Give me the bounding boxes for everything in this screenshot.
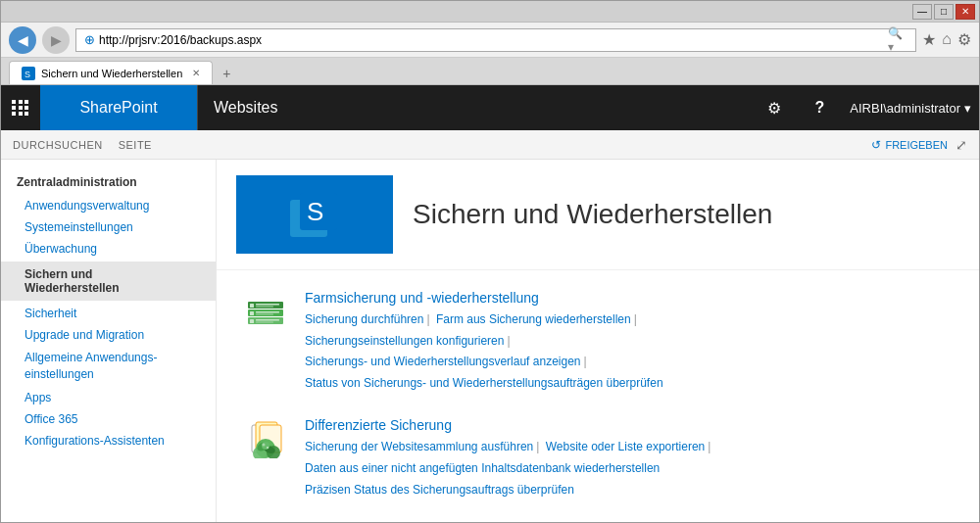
back-button[interactable]: ◀	[9, 26, 36, 54]
sp-logo-svg: S	[285, 185, 344, 244]
diff-link-0[interactable]: Sicherung der Websitesammlung ausführen	[305, 440, 533, 453]
sidebar-item-apps[interactable]: Apps	[1, 387, 216, 408]
sp-logo-text: SharePoint	[79, 99, 157, 117]
page-header: S Sichern und Wiederherstellen	[217, 160, 979, 270]
sp-header-right: ⚙ ? AIRBI\administrator ▾	[752, 85, 979, 130]
farm-link-2[interactable]: Sicherungseinstellungen konfigurieren	[305, 334, 504, 348]
new-tab-button[interactable]: +	[215, 63, 238, 84]
help-icon: ?	[814, 99, 824, 117]
home-icon[interactable]: ⌂	[942, 30, 952, 49]
favorites-icon[interactable]: ★	[922, 30, 936, 49]
diff-link-1[interactable]: Website oder Liste exportieren	[546, 440, 706, 453]
address-bar[interactable]: ⊕ 🔍▾	[75, 28, 916, 52]
sp-page-logo: S	[236, 175, 393, 254]
sidebar-item-systemeinstellungen[interactable]: Systemeinstellungen	[1, 216, 216, 238]
tab-bar: S Sichern und Wiederherstellen ✕ +	[1, 58, 979, 85]
farm-link-1[interactable]: Farm aus Sicherung wiederherstellen	[436, 312, 631, 326]
sidebar-item-sichern-active[interactable]: Sichern undWiederherstellen	[1, 262, 216, 301]
svg-point-25	[263, 444, 266, 447]
sidebar-item-office365[interactable]: Office 365	[1, 408, 216, 430]
browser-window: — □ ✕ ◀ ▶ ⊕ 🔍▾ ★ ⌂ ⚙ S Sichern und Wiede…	[0, 0, 980, 523]
sp-main: S Sichern und Wiederherstellen	[217, 160, 979, 522]
svg-rect-11	[256, 311, 279, 313]
share-button[interactable]: ↺ FREIGEBEN	[871, 138, 948, 152]
settings-icon: ⚙	[767, 99, 781, 118]
svg-rect-10	[256, 304, 279, 306]
section-diff-title[interactable]: Differenzierte Sicherung	[305, 417, 950, 433]
section-diff: Differenzierte Sicherung Sicherung der W…	[246, 417, 950, 500]
sharepoint-container: SharePoint Websites ⚙ ? AIRBI\administra…	[1, 85, 979, 522]
sidebar-item-ueberwachung[interactable]: Überwachung	[1, 238, 216, 260]
diff-link-3[interactable]: Präzisen Status des Sicherungsauftrags ü…	[305, 483, 574, 497]
sidebar-heading: Zentraladministration	[1, 169, 216, 195]
svg-rect-13	[256, 307, 273, 308]
svg-rect-12	[256, 319, 279, 321]
sidebar-item-konfigurations[interactable]: Konfigurations-Assistenten	[1, 430, 216, 452]
svg-rect-8	[250, 311, 254, 315]
active-tab[interactable]: S Sichern und Wiederherstellen ✕	[9, 61, 213, 84]
svg-text:S: S	[24, 70, 30, 78]
sp-body: Zentraladministration Anwendungsverwaltu…	[1, 160, 979, 522]
section-farm-body: Farmsicherung und -wiederherstellung Sic…	[305, 290, 950, 394]
sp-logo: SharePoint	[40, 85, 197, 130]
close-button[interactable]: ✕	[956, 4, 975, 20]
help-button[interactable]: ?	[797, 85, 842, 130]
section-farm-links: Sicherung durchführen| Farm aus Sicherun…	[305, 309, 950, 394]
toolbar-nav-seite[interactable]: SEITE	[119, 139, 152, 151]
sp-sidebar: Zentraladministration Anwendungsverwaltu…	[1, 160, 217, 522]
section-diff-body: Differenzierte Sicherung Sicherung der W…	[305, 417, 950, 500]
sidebar-item-sichern[interactable]: Sichern undWiederherstellen	[1, 262, 216, 301]
sidebar-item-allgemeine[interactable]: Allgemeine Anwendungs-einstellungen	[1, 346, 216, 387]
svg-rect-9	[250, 319, 254, 323]
share-icon: ↺	[871, 138, 881, 152]
tab-favicon: S	[22, 67, 35, 80]
toolbar-nav-durchsuchen[interactable]: DURCHSUCHEN	[13, 139, 103, 151]
farm-link-4[interactable]: Status von Sicherungs- und Wiederherstel…	[305, 376, 663, 390]
title-bar: — □ ✕	[1, 1, 979, 23]
sp-toolbar: DURCHSUCHEN SEITE ↺ FREIGEBEN ⤢	[1, 130, 979, 160]
farm-link-3[interactable]: Sicherungs- und Wiederherstellungsverlau…	[305, 355, 581, 368]
svg-rect-7	[250, 304, 254, 308]
diff-link-2[interactable]: Daten aus einer nicht angefügten Inhalts…	[305, 461, 660, 475]
diff-icon	[246, 419, 285, 458]
tab-close-icon[interactable]: ✕	[192, 68, 200, 78]
farm-link-0[interactable]: Sicherung durchführen	[305, 312, 423, 326]
tools-icon[interactable]: ⚙	[957, 30, 971, 49]
tab-title: Sichern und Wiederherstellen	[41, 68, 182, 79]
section-farm: Farmsicherung und -wiederherstellung Sic…	[246, 290, 950, 394]
sp-content: Farmsicherung und -wiederherstellung Sic…	[217, 270, 979, 522]
svg-rect-14	[256, 314, 273, 315]
svg-rect-15	[256, 322, 273, 323]
apps-menu-button[interactable]	[1, 85, 40, 130]
svg-text:S: S	[307, 197, 323, 226]
toolbar-right: ↺ FREIGEBEN ⤢	[871, 137, 967, 153]
minimize-button[interactable]: —	[912, 4, 932, 20]
svg-point-26	[267, 447, 269, 449]
section-farm-title[interactable]: Farmsicherung und -wiederherstellung	[305, 290, 950, 306]
sp-nav-title[interactable]: Websites	[197, 85, 294, 130]
user-name: AIRBI\administrator	[850, 101, 960, 116]
page-title: Sichern und Wiederherstellen	[413, 199, 772, 230]
sidebar-item-upgrade[interactable]: Upgrade und Migration	[1, 324, 216, 346]
nav-bar: ◀ ▶ ⊕ 🔍▾ ★ ⌂ ⚙	[1, 23, 979, 58]
user-dropdown-icon: ▾	[964, 101, 971, 116]
forward-button[interactable]: ▶	[42, 26, 70, 54]
apps-grid-icon	[12, 100, 29, 116]
sidebar-item-sicherheit[interactable]: Sicherheit	[1, 303, 216, 324]
share-label: FREIGEBEN	[885, 139, 948, 151]
settings-button[interactable]: ⚙	[752, 85, 797, 130]
address-input[interactable]	[99, 33, 884, 47]
farm-icon	[246, 292, 285, 331]
maximize-button[interactable]: □	[934, 4, 954, 20]
section-diff-links: Sicherung der Websitesammlung ausführen|…	[305, 437, 950, 500]
fullscreen-button[interactable]: ⤢	[956, 137, 967, 153]
sidebar-item-anwendungsverwaltung[interactable]: Anwendungsverwaltung	[1, 195, 216, 216]
sp-header: SharePoint Websites ⚙ ? AIRBI\administra…	[1, 85, 979, 130]
user-menu[interactable]: AIRBI\administrator ▾	[842, 101, 979, 116]
